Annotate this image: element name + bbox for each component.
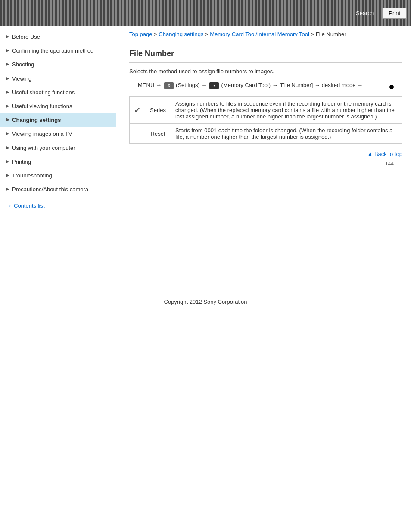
sidebar-arrow-4: ▶: [6, 89, 9, 95]
sidebar-item-0[interactable]: ▶Before Use: [0, 30, 116, 44]
table-check-0: ✔: [130, 97, 145, 124]
main-content: Top page > Changing settings > Memory Ca…: [116, 26, 411, 284]
breadcrumb-sep3: >: [309, 31, 316, 37]
contents-list[interactable]: →Contents list: [0, 198, 116, 213]
sidebar-label-1: Confirming the operation method: [12, 47, 112, 55]
breadcrumb-memory[interactable]: Memory Card Tool/Internal Memory Tool: [210, 31, 309, 37]
sidebar-arrow-7: ▶: [6, 131, 9, 137]
checkmark-icon-0: ✔: [134, 106, 140, 115]
sidebar-arrow-6: ▶: [6, 117, 9, 123]
description: Selects the method used to assign file n…: [129, 68, 402, 75]
table-check-1: [130, 124, 145, 144]
settings-icon: ⚙: [164, 82, 174, 89]
breadcrumb-changing[interactable]: Changing settings: [159, 31, 203, 37]
page-number: 144: [129, 157, 402, 168]
sidebar-item-6[interactable]: ▶Changing settings: [0, 113, 116, 127]
memory-card-icon: ▪: [209, 82, 219, 89]
sidebar: ▶Before Use▶Confirming the operation met…: [0, 26, 116, 284]
print-button[interactable]: Print: [382, 8, 407, 19]
search-button[interactable]: Search: [350, 8, 380, 18]
sidebar-item-4[interactable]: ▶Useful shooting functions: [0, 86, 116, 100]
bullet-point: [389, 85, 394, 89]
page-title: File Number: [129, 49, 402, 63]
sidebar-item-11[interactable]: ▶Precautions/About this camera: [0, 183, 116, 196]
sidebar-label-7: Viewing images on a TV: [12, 130, 112, 138]
sidebar-label-11: Precautions/About this camera: [12, 186, 112, 193]
sidebar-item-9[interactable]: ▶Printing: [0, 155, 116, 169]
breadcrumb-top[interactable]: Top page: [129, 31, 153, 37]
sidebar-item-5[interactable]: ▶Useful viewing functions: [0, 100, 116, 113]
file-number-table: ✔SeriesAssigns numbers to files in seque…: [129, 96, 402, 144]
sidebar-label-10: Troubleshooting: [12, 172, 112, 180]
contents-arrow: →: [6, 202, 12, 209]
main-layout: ▶Before Use▶Confirming the operation met…: [0, 26, 411, 284]
contents-list-label: Contents list: [14, 202, 45, 209]
sidebar-label-4: Useful shooting functions: [12, 89, 112, 96]
sidebar-label-8: Using with your computer: [12, 144, 112, 152]
breadcrumb-sep2: >: [203, 31, 210, 37]
table-desc-0: Assigns numbers to files in sequence eve…: [171, 97, 402, 124]
menu-text: MENU → ⚙ (Settings) → ▪ (Memory Card Too…: [138, 82, 363, 89]
sidebar-item-2[interactable]: ▶Shooting: [0, 58, 116, 72]
back-to-top-link[interactable]: ▲ Back to top: [367, 151, 402, 157]
sidebar-item-3[interactable]: ▶Viewing: [0, 72, 116, 86]
sidebar-label-5: Useful viewing functions: [12, 103, 112, 110]
sidebar-label-3: Viewing: [12, 75, 112, 83]
breadcrumb: Top page > Changing settings > Memory Ca…: [129, 26, 402, 42]
sidebar-arrow-0: ▶: [6, 34, 9, 40]
sidebar-label-0: Before Use: [12, 33, 112, 41]
breadcrumb-current: File Number: [316, 31, 346, 37]
sidebar-label-6: Changing settings: [12, 116, 112, 124]
sidebar-arrow-11: ▶: [6, 186, 9, 192]
back-to-top[interactable]: ▲ Back to top: [129, 151, 402, 157]
copyright: Copyright 2012 Sony Corporation: [164, 299, 247, 305]
table-desc-1: Starts from 0001 each time the folder is…: [171, 124, 402, 144]
sidebar-label-9: Printing: [12, 158, 112, 166]
sidebar-item-10[interactable]: ▶Troubleshooting: [0, 169, 116, 183]
sidebar-arrow-2: ▶: [6, 61, 9, 67]
footer: Copyright 2012 Sony Corporation: [0, 293, 411, 310]
sidebar-arrow-9: ▶: [6, 159, 9, 165]
table-label-1: Reset: [145, 124, 171, 144]
sidebar-arrow-1: ▶: [6, 47, 9, 53]
sidebar-item-7[interactable]: ▶Viewing images on a TV: [0, 127, 116, 141]
sidebar-arrow-3: ▶: [6, 75, 9, 81]
sidebar-arrow-5: ▶: [6, 103, 9, 109]
table-row-0: ✔SeriesAssigns numbers to files in seque…: [130, 97, 402, 124]
sidebar-label-2: Shooting: [12, 61, 112, 68]
breadcrumb-sep1: >: [153, 31, 159, 37]
menu-path: MENU → ⚙ (Settings) → ▪ (Memory Card Too…: [129, 81, 402, 90]
table-label-0: Series: [145, 97, 171, 124]
sidebar-item-8[interactable]: ▶Using with your computer: [0, 141, 116, 155]
header: Search Print: [0, 0, 411, 26]
sidebar-item-1[interactable]: ▶Confirming the operation method: [0, 44, 116, 58]
sidebar-arrow-8: ▶: [6, 145, 9, 151]
sidebar-arrow-10: ▶: [6, 172, 9, 178]
table-row-1: ResetStarts from 0001 each time the fold…: [130, 124, 402, 144]
